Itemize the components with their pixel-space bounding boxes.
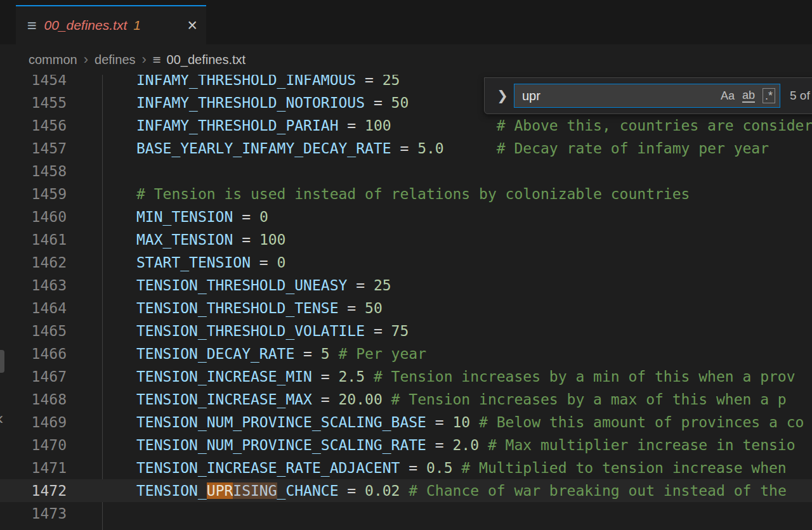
operator-token: = — [347, 277, 374, 294]
identifier-token: INFAMY_THRESHOLD_PARIAH — [136, 117, 339, 134]
whole-word-button[interactable]: ab — [742, 89, 755, 103]
identifier-token: _CHANCE — [277, 482, 339, 499]
operator-token: = — [233, 209, 259, 225]
operator-token: = — [400, 460, 426, 476]
breadcrumb-item-file[interactable]: 00_defines.txt — [167, 53, 246, 67]
line-number: 1461 — [0, 228, 67, 251]
regex-button[interactable]: .* — [763, 88, 775, 103]
comment-token: # Decay rate of infamy per year — [497, 140, 769, 157]
code-line[interactable]: 1465TENSION_THRESHOLD_VOLATILE = 75 — [0, 320, 812, 342]
identifier-token: MAX_TENSION — [136, 231, 233, 248]
find-results-count: 5 of — [790, 89, 810, 103]
number-token: 10 — [453, 414, 471, 430]
identifier-token: START_TENSION — [136, 254, 251, 271]
number-token: 0 — [277, 254, 286, 271]
code-line[interactable]: 1461MAX_TENSION = 100 — [0, 228, 812, 251]
code-line[interactable]: 1468TENSION_INCREASE_MAX = 20.00 # Tensi… — [0, 388, 812, 411]
vscode-editor-window: ≡ 00_defines.txt 1 × common › defines › … — [0, 0, 812, 530]
breadcrumb-item-defines[interactable]: defines — [95, 53, 136, 67]
identifier-token: TENSION_INCREASE_MIN — [136, 368, 312, 385]
left-edge-marker — [0, 350, 4, 373]
toggle-replace-button[interactable]: ❯ — [491, 88, 514, 103]
operator-token: = — [251, 254, 277, 271]
breadcrumb: common › defines › ≡ 00_defines.txt — [0, 44, 812, 75]
comment-token: # Multiplied to tension increase when — [453, 460, 787, 476]
code-text: BASE_YEARLY_INFAMY_DECAY_RATE = 5.0 # De… — [102, 137, 769, 160]
code-text: START_TENSION = 0 — [102, 251, 285, 274]
code-text: TENSION_NUM_PROVINCE_SCALING_RATE = 2.0 … — [102, 434, 796, 456]
line-number: 1465 — [0, 320, 67, 342]
line-number: 1471 — [0, 456, 67, 479]
match-case-button[interactable]: Aa — [721, 90, 735, 101]
code-line[interactable]: 1460MIN_TENSION = 0 — [0, 205, 812, 228]
line-number: 1460 — [0, 205, 67, 228]
code-line[interactable]: 1464TENSION_THRESHOLD_TENSE = 50 — [0, 297, 812, 320]
code-line[interactable]: 1470TENSION_NUM_PROVINCE_SCALING_RATE = … — [0, 434, 812, 456]
code-line[interactable]: 1456INFAMY_THRESHOLD_PARIAH = 100 # Abov… — [0, 114, 812, 137]
identifier-token: BASE_YEARLY_INFAMY_DECAY_RATE — [136, 140, 391, 157]
number-token: 5 — [321, 346, 330, 362]
operator-token: = — [312, 368, 339, 385]
code-text: # Tension is used instead of relations b… — [102, 183, 690, 205]
tab-00-defines[interactable]: ≡ 00_defines.txt 1 × — [16, 5, 206, 44]
line-number: 1472 — [0, 479, 67, 502]
operator-token: = — [365, 94, 391, 111]
operator-token: = — [294, 346, 321, 362]
code-line[interactable]: 1473 — [0, 502, 812, 525]
number-token: 25 — [374, 277, 391, 294]
line-number: 1455 — [0, 91, 67, 114]
identifier-token: TENSION_ — [136, 482, 207, 499]
number-token: 5.0 — [417, 140, 444, 157]
identifier-token: TENSION_NUM_PROVINCE_SCALING_RATE — [136, 437, 426, 453]
comment-token: # Tension increases by a max of this whe… — [383, 391, 787, 408]
number-token: 75 — [391, 323, 409, 339]
comment-token: # Tension is used instead of relations b… — [136, 186, 690, 202]
code-text: TENSION_THRESHOLD_VOLATILE = 75 — [102, 320, 409, 342]
text-file-icon: ≡ — [153, 52, 161, 67]
number-token: 100 — [259, 231, 286, 248]
code-text: TENSION_THRESHOLD_TENSE = 50 — [102, 297, 383, 320]
code-line[interactable]: 1471TENSION_INCREASE_RATE_ADJACENT = 0.5… — [0, 456, 812, 479]
operator-token: = — [426, 437, 453, 453]
find-input[interactable]: upr Aa ab .* — [514, 84, 780, 108]
left-edge-chevron-icon: ‹ — [0, 408, 3, 429]
code-text: MAX_TENSION = 100 — [102, 228, 285, 251]
close-icon[interactable]: × — [187, 17, 197, 34]
number-token: 20.00 — [339, 391, 383, 408]
number-token: 50 — [365, 300, 383, 316]
line-number: 1464 — [0, 297, 67, 320]
line-number: 1469 — [0, 411, 67, 434]
chevron-right-icon: › — [84, 51, 88, 68]
identifier-token: TENSION_NUM_PROVINCE_SCALING_BASE — [136, 414, 426, 430]
code-line[interactable]: 1462START_TENSION = 0 — [0, 251, 812, 274]
identifier-token: TENSION_INCREASE_MAX — [136, 391, 312, 408]
code-line[interactable]: 1467TENSION_INCREASE_MIN = 2.5 # Tension… — [0, 365, 812, 388]
find-query-text: upr — [522, 89, 540, 103]
code-text: MIN_TENSION = 0 — [102, 205, 268, 228]
code-line-current[interactable]: 1472TENSION_UPRISING_CHANCE = 0.02 # Cha… — [0, 479, 812, 502]
line-number: 1457 — [0, 137, 67, 160]
code-text: TENSION_INCREASE_MAX = 20.00 # Tension i… — [102, 388, 787, 411]
code-line[interactable]: 1463TENSION_THRESHOLD_UNEASY = 25 — [0, 274, 812, 297]
comment-token: # Below this amount of provinces a co — [470, 414, 804, 430]
breadcrumb-item-common[interactable]: common — [29, 53, 77, 67]
identifier-token: TENSION_THRESHOLD_VOLATILE — [136, 323, 365, 339]
tab-title: 00_defines.txt — [44, 18, 127, 33]
code-text: INFAMY_THRESHOLD_PARIAH = 100 # Above th… — [102, 114, 812, 137]
code-text: INFAMY_THRESHOLD_NOTORIOUS = 50 — [102, 91, 409, 114]
code-line[interactable]: 1459# Tension is used instead of relatio… — [0, 183, 812, 205]
line-number: 1467 — [0, 365, 67, 388]
code-line[interactable]: 1458 — [0, 160, 812, 183]
number-token: 0.5 — [426, 460, 453, 476]
line-number: 1470 — [0, 434, 67, 456]
code-line[interactable]: 1457BASE_YEARLY_INFAMY_DECAY_RATE = 5.0 … — [0, 137, 812, 160]
code-line[interactable]: 1466TENSION_DECAY_RATE = 5 # Per year — [0, 342, 812, 365]
text-file-icon: ≡ — [27, 16, 36, 34]
editor-pane[interactable]: 1454INFAMY_THRESHOLD_INFAMOUS = 251455IN… — [0, 44, 812, 530]
identifier-token: MIN_TENSION — [136, 209, 233, 225]
line-number: 1462 — [0, 251, 67, 274]
code-line[interactable]: 1469TENSION_NUM_PROVINCE_SCALING_BASE = … — [0, 411, 812, 434]
comment-token: # Chance of war breaking out instead of … — [400, 482, 786, 499]
code-text: TENSION_INCREASE_MIN = 2.5 # Tension inc… — [102, 365, 796, 388]
operator-token: = — [312, 391, 339, 408]
